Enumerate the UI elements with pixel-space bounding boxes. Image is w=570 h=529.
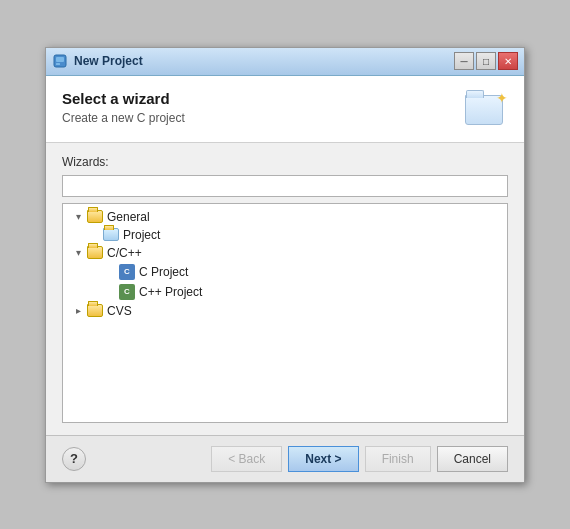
tree-label-c-project: C Project (139, 265, 188, 279)
titlebar-icon (52, 53, 68, 69)
svg-rect-2 (56, 63, 60, 65)
tree-item-cpp[interactable]: ▾ C/C++ (63, 244, 507, 262)
spacer-cpp-project (103, 285, 117, 299)
new-project-dialog: New Project ─ □ ✕ Select a wizard Create… (45, 47, 525, 483)
header-subtitle: Create a new C project (62, 111, 185, 125)
spacer-project (87, 228, 101, 242)
tree-label-cpp-project: C++ Project (139, 285, 202, 299)
c-file-icon-c-project: C (119, 264, 135, 280)
titlebar: New Project ─ □ ✕ (46, 48, 524, 76)
folder-icon-general (87, 210, 103, 223)
maximize-button[interactable]: □ (476, 52, 496, 70)
tree-item-c-project[interactable]: C C Project (63, 262, 507, 282)
footer-buttons: < Back Next > Finish Cancel (211, 446, 508, 472)
sparkle-icon: ✦ (496, 90, 508, 106)
folder-icon-cvs (87, 304, 103, 317)
tree-item-cvs[interactable]: ▸ CVS (63, 302, 507, 320)
tree-label-general: General (107, 210, 150, 224)
titlebar-buttons: ─ □ ✕ (454, 52, 518, 70)
wizards-label: Wizards: (62, 155, 508, 169)
tree-item-cpp-project[interactable]: C C++ Project (63, 282, 507, 302)
c-file-icon-cpp-project: C (119, 284, 135, 300)
header-icon: ✦ (460, 90, 508, 130)
tree-item-project[interactable]: Project (63, 226, 507, 244)
header-title: Select a wizard (62, 90, 185, 107)
window-title: New Project (74, 54, 454, 68)
tree-item-general[interactable]: ▾ General (63, 208, 507, 226)
back-button[interactable]: < Back (211, 446, 282, 472)
cancel-button[interactable]: Cancel (437, 446, 508, 472)
tree-label-cpp: C/C++ (107, 246, 142, 260)
search-input[interactable] (62, 175, 508, 197)
tree-label-project: Project (123, 228, 160, 242)
help-button[interactable]: ? (62, 447, 86, 471)
expand-icon-general: ▾ (71, 210, 85, 224)
expand-icon-cpp: ▾ (71, 246, 85, 260)
next-button[interactable]: Next > (288, 446, 358, 472)
header-text: Select a wizard Create a new C project (62, 90, 185, 125)
wizard-tree[interactable]: ▾ General Project ▾ C/C++ C C Project (62, 203, 508, 423)
spacer-c-project (103, 265, 117, 279)
minimize-button[interactable]: ─ (454, 52, 474, 70)
close-button[interactable]: ✕ (498, 52, 518, 70)
tree-label-cvs: CVS (107, 304, 132, 318)
header-area: Select a wizard Create a new C project ✦ (46, 76, 524, 143)
content-area: Wizards: ▾ General Project ▾ C/C++ (46, 143, 524, 435)
expand-icon-cvs: ▸ (71, 304, 85, 318)
footer-area: ? < Back Next > Finish Cancel (46, 435, 524, 482)
svg-rect-1 (56, 57, 64, 62)
folder-icon-project (103, 228, 119, 241)
folder-icon-cpp (87, 246, 103, 259)
finish-button[interactable]: Finish (365, 446, 431, 472)
